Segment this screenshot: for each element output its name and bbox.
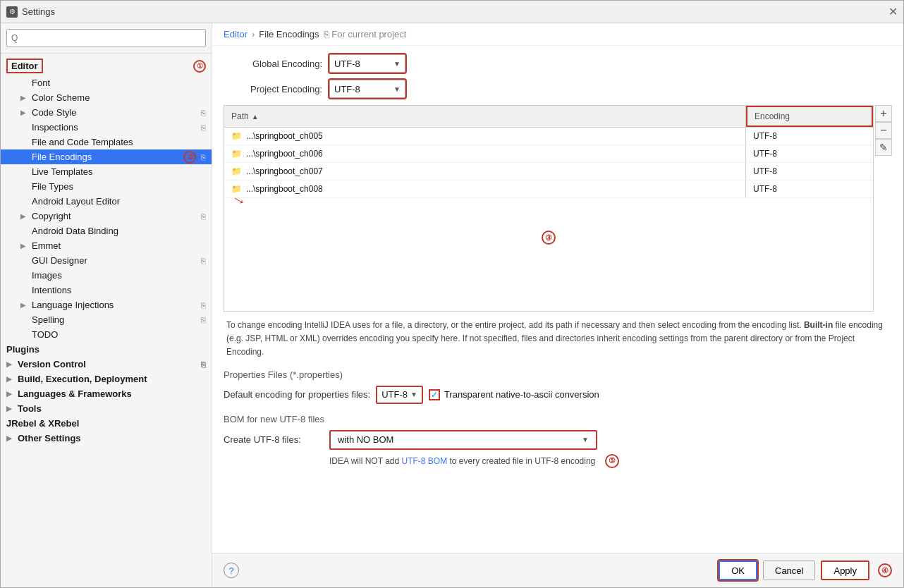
sidebar: Editor ① Font ▶ Color Scheme ▶ Code Styl… — [1, 23, 212, 587]
bom-hint: IDEA will NOT add UTF-8 BOM to every cre… — [224, 454, 892, 468]
sidebar-item-font[interactable]: Font — [1, 75, 212, 90]
sidebar-item-tools[interactable]: ▶ Tools — [1, 401, 212, 416]
sidebar-item-emmet[interactable]: ▶ Emmet — [1, 238, 212, 253]
table-row[interactable]: 📁 ...\springboot_ch007 UTF-8 — [224, 163, 873, 180]
dropdown-arrow-icon: ▼ — [410, 391, 417, 398]
sidebar-item-spelling[interactable]: Spelling ⎘ — [1, 312, 212, 327]
bom-create-value: with NO BOM — [338, 434, 393, 445]
copy-icon: ⎘ — [201, 153, 206, 161]
sidebar-item-live-templates[interactable]: Live Templates — [1, 164, 212, 179]
transparent-checkbox[interactable]: ✓ — [429, 389, 440, 400]
edit-row-button[interactable]: ✎ — [875, 139, 892, 156]
breadcrumb-project-link[interactable]: ⎘ For current project — [324, 29, 407, 39]
copy-icon: ⎘ — [201, 360, 206, 369]
sidebar-item-intentions[interactable]: Intentions — [1, 283, 212, 298]
bom-create-label: Create UTF-8 files: — [224, 434, 322, 445]
breadcrumb-current: File Encodings — [259, 29, 319, 39]
sidebar-item-plugins[interactable]: Plugins — [1, 342, 212, 357]
copy-icon: ⎘ — [201, 123, 206, 132]
sidebar-item-label: Inspections — [32, 122, 78, 133]
sort-icon: ▲ — [252, 113, 259, 121]
global-encoding-select[interactable]: UTF-8 ▼ — [329, 54, 405, 73]
bom-hint-prefix: IDEA will NOT add — [329, 455, 401, 465]
table-row[interactable]: 📁 ...\springboot_ch008 UTF-8 — [224, 180, 873, 198]
settings-window: ⚙ Settings ✕ Editor ① Font ▶ — [0, 0, 904, 588]
sidebar-item-jrebel[interactable]: JRebel & XRebel — [1, 416, 212, 431]
expand-arrow: ▶ — [20, 242, 29, 250]
sidebar-item-label: Live Templates — [32, 166, 92, 177]
properties-encoding-select[interactable]: UTF-8 ▼ — [376, 386, 423, 404]
cancel-button[interactable]: Cancel — [763, 561, 815, 580]
sidebar-item-label: Languages & Frameworks — [18, 388, 132, 399]
file-path-value: ...\springboot_ch008 — [246, 184, 323, 194]
sidebar-item-build-execution[interactable]: ▶ Build, Execution, Deployment — [1, 372, 212, 386]
table-header: Path ▲ Encoding — [224, 106, 873, 128]
annotation-3: ③ — [542, 231, 556, 245]
settings-icon: ⚙ — [6, 6, 18, 18]
sidebar-item-label: JRebel & XRebel — [6, 418, 79, 429]
sidebar-item-code-style[interactable]: ▶ Code Style ⎘ — [1, 105, 212, 120]
sidebar-item-android-data-binding[interactable]: Android Data Binding — [1, 223, 212, 238]
sidebar-item-gui-designer[interactable]: GUI Designer ⎘ — [1, 253, 212, 268]
sidebar-item-android-layout-editor[interactable]: Android Layout Editor — [1, 194, 212, 209]
bom-create-select[interactable]: with NO BOM ▼ — [329, 430, 597, 450]
sidebar-item-version-control[interactable]: ▶ Version Control ⎘ — [1, 357, 212, 372]
file-path-cell: 📁 ...\springboot_ch008 — [224, 180, 746, 197]
table-body: 📁 ...\springboot_ch005 UTF-8 📁 ...\sprin… — [224, 128, 873, 311]
transparent-label: Transparent native-to-ascii conversion — [444, 389, 599, 400]
close-button[interactable]: ✕ — [888, 6, 898, 18]
sidebar-item-inspections[interactable]: Inspections ⎘ — [1, 120, 212, 135]
expand-arrow: ▶ — [6, 405, 15, 412]
expand-arrow: ▶ — [20, 109, 29, 116]
add-row-button[interactable]: + — [875, 105, 892, 122]
file-encoding-cell: UTF-8 — [746, 180, 873, 197]
properties-encoding-value: UTF-8 — [381, 389, 408, 400]
global-encoding-label: Global Encoding: — [224, 59, 322, 69]
annotation-1: ① — [193, 60, 206, 73]
project-encoding-select[interactable]: UTF-8 ▼ — [329, 80, 405, 98]
file-encoding-cell: UTF-8 — [746, 128, 873, 145]
copy-icon: ⎘ — [201, 212, 206, 221]
sidebar-item-languages-frameworks[interactable]: ▶ Languages & Frameworks — [1, 386, 212, 401]
dropdown-arrow-icon: ▼ — [393, 60, 401, 68]
sidebar-item-editor[interactable]: Editor ① — [1, 56, 212, 75]
file-table-wrapper: Path ▲ Encoding 📁 — [224, 105, 892, 312]
right-panel: Editor › File Encodings ⎘ For current pr… — [212, 23, 903, 587]
remove-row-button[interactable]: − — [875, 122, 892, 139]
sidebar-item-todo[interactable]: TODO — [1, 327, 212, 342]
breadcrumb-parent[interactable]: Editor — [224, 29, 248, 39]
dialog-footer: ? OK Cancel Apply ④ — [212, 553, 903, 587]
apply-button[interactable]: Apply — [821, 561, 869, 580]
sidebar-item-images[interactable]: Images — [1, 268, 212, 283]
sidebar-item-label: Language Injections — [32, 300, 114, 310]
sidebar-item-label: Other Settings — [18, 433, 81, 443]
search-input[interactable] — [6, 29, 206, 47]
bom-section-title: BOM for new UTF-8 files — [224, 414, 892, 424]
main-content: Editor ① Font ▶ Color Scheme ▶ Code Styl… — [1, 23, 903, 587]
sidebar-item-label: Color Scheme — [32, 92, 90, 103]
sidebar-item-label: Code Style — [32, 107, 77, 118]
sidebar-item-file-encodings[interactable]: File Encodings ② ⎘ — [1, 149, 212, 164]
expand-arrow: ▶ — [6, 434, 15, 442]
sidebar-item-label: Version Control — [18, 359, 86, 369]
bom-hint-link[interactable]: UTF-8 BOM — [401, 455, 447, 465]
sidebar-item-file-types[interactable]: File Types — [1, 179, 212, 194]
global-encoding-value: UTF-8 — [334, 59, 391, 69]
table-row[interactable]: 📁 ...\springboot_ch006 UTF-8 — [224, 145, 873, 163]
sidebar-item-other-settings[interactable]: ▶ Other Settings — [1, 431, 212, 446]
copy-icon: ⎘ — [201, 109, 206, 117]
table-row[interactable]: 📁 ...\springboot_ch005 UTF-8 — [224, 128, 873, 145]
sidebar-item-label: Android Data Binding — [32, 226, 118, 236]
copy-icon: ⎘ — [201, 316, 206, 324]
sidebar-item-copyright[interactable]: ▶ Copyright ⎘ — [1, 209, 212, 223]
sidebar-item-language-injections[interactable]: ▶ Language Injections ⎘ — [1, 298, 212, 312]
folder-icon: 📁 — [231, 149, 242, 159]
file-path-value: ...\springboot_ch006 — [246, 149, 323, 159]
annotation-2: ② — [183, 151, 196, 164]
properties-section-title: Properties Files (*.properties) — [224, 369, 892, 380]
sidebar-item-color-scheme[interactable]: ▶ Color Scheme — [1, 90, 212, 105]
ok-button[interactable]: OK — [719, 561, 757, 580]
sidebar-item-file-code-templates[interactable]: File and Code Templates — [1, 135, 212, 149]
help-button[interactable]: ? — [224, 563, 239, 578]
project-encoding-row: Project Encoding: UTF-8 ▼ — [224, 80, 892, 98]
